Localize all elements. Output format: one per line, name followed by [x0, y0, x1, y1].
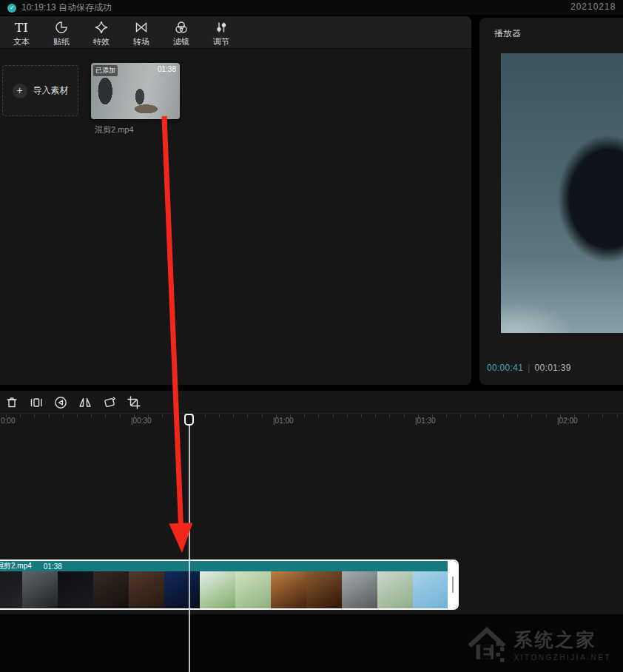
tab-sticker[interactable]: 贴纸: [46, 19, 77, 48]
timeline-toolbar: [3, 394, 143, 411]
ruler-tick: [233, 414, 234, 417]
media-library-panel: TI 文本 贴纸 特效 转场: [0, 16, 471, 385]
ruler-tick: [262, 414, 263, 417]
clip-name: 混剪2.mp4: [0, 561, 32, 571]
app-window: ✓ 10:19:13 自动保存成功 20210218 TI 文本 贴纸 特效: [0, 0, 623, 672]
status-bar: ✓ 10:19:13 自动保存成功 20210218: [0, 0, 623, 15]
reverse-play-button[interactable]: [52, 394, 70, 411]
tab-label: 特效: [86, 36, 117, 47]
ruler-tick: [120, 414, 121, 417]
clip-duration: 01:38: [44, 562, 62, 571]
ruler-tick: [517, 414, 518, 417]
ruler-label: |00:30: [131, 417, 152, 425]
ruler-tick: [617, 414, 618, 417]
ruler-label: |01:00: [273, 417, 294, 425]
ruler-tick: [602, 414, 603, 417]
ruler-tick: [247, 414, 248, 417]
ruler-tick: [560, 414, 561, 417]
ruler-tick: [63, 414, 64, 417]
ruler-tick: [389, 414, 390, 417]
crop-button[interactable]: [125, 394, 143, 411]
date-text: 20210218: [570, 1, 616, 12]
ruler-tick: [20, 414, 21, 417]
timeline-clip[interactable]: 混剪2.mp4 01:38: [0, 560, 459, 610]
import-material-button[interactable]: + 导入素材: [2, 65, 78, 116]
clip-header-bar: 混剪2.mp4 01:38: [0, 561, 457, 571]
filmstrip-frame: [271, 571, 306, 608]
media-clip-filename: 混剪2.mp4: [95, 124, 134, 135]
player-timecodes: 00:00:41|00:01:39: [487, 363, 571, 373]
tab-transition[interactable]: 转场: [126, 19, 157, 48]
watermark-logo-icon: [467, 625, 507, 665]
ruler-tick: [162, 414, 163, 417]
mirror-icon: [77, 394, 93, 411]
filter-icon: [166, 19, 197, 36]
adjust-icon: [206, 19, 237, 36]
ruler-tick: [219, 414, 220, 417]
check-icon: ✓: [7, 4, 16, 13]
watermark-subtitle: XITONGZHIJIA.NET: [514, 653, 612, 662]
tab-filter[interactable]: 滤镜: [166, 19, 197, 48]
filmstrip-frame: [342, 571, 377, 608]
rotate-icon: [101, 394, 118, 411]
ruler-tick: [91, 414, 92, 417]
filmstrip-frame: [58, 571, 93, 608]
delete-button[interactable]: [3, 394, 21, 411]
tab-adjust[interactable]: 调节: [206, 19, 237, 48]
freeze-frame-button[interactable]: [27, 394, 45, 411]
ruler-label: 0:00: [1, 417, 15, 425]
ruler-tick: [105, 414, 106, 417]
ruler-tick: [375, 414, 376, 417]
freeze-frame-icon: [28, 394, 44, 411]
import-material-label: 导入素材: [33, 84, 69, 97]
ruler-tick: [432, 414, 433, 417]
text-icon: TI: [6, 19, 37, 36]
player-panel: 播放器 00:00:41|00:01:39: [479, 18, 623, 385]
ruler-tick: [77, 414, 78, 417]
ruler-tick: [418, 414, 419, 417]
transition-icon: [126, 19, 157, 36]
watermark: 系统之家 XITONGZHIJIA.NET: [467, 625, 612, 665]
ruler-tick: [176, 414, 177, 417]
playhead-marker[interactable]: [184, 414, 194, 426]
media-clip-thumbnail[interactable]: 已添加 01:38: [91, 63, 180, 119]
clip-duration-badge: 01:38: [158, 65, 176, 73]
ruler-tick: [475, 414, 476, 417]
ruler-tick: [531, 414, 532, 417]
ruler-tick: [49, 414, 50, 417]
ruler-tick: [489, 414, 490, 417]
ruler-tick: [290, 414, 291, 417]
plus-icon: +: [13, 84, 27, 98]
mirror-button[interactable]: [76, 394, 94, 411]
filmstrip-frame: [413, 571, 448, 608]
ruler-label: |01:30: [415, 417, 436, 425]
ruler-tick: [318, 414, 319, 417]
time-ruler[interactable]: 0:00 |00:30 |01:00 |01:30 |02:00: [0, 413, 623, 428]
clip-trim-handle-right[interactable]: [448, 561, 457, 608]
ruler-tick: [148, 414, 149, 417]
playhead[interactable]: [184, 414, 194, 426]
ruler-tick: [404, 414, 405, 417]
rotate-button[interactable]: [101, 394, 118, 411]
filmstrip-frame: [129, 571, 164, 608]
asset-toolbar: TI 文本 贴纸 特效 转场: [0, 16, 471, 49]
ruler-tick: [304, 414, 305, 417]
player-title: 播放器: [494, 27, 521, 40]
ruler-tick: [134, 414, 135, 417]
tab-effects[interactable]: 特效: [86, 19, 117, 48]
time-separator: |: [528, 363, 530, 373]
filmstrip-frame: [235, 571, 271, 608]
tab-label: 贴纸: [46, 36, 77, 47]
tab-text[interactable]: TI 文本: [6, 19, 37, 48]
ruler-tick: [446, 414, 447, 417]
ruler-label: |02:00: [557, 417, 578, 425]
autosave-text: 10:19:13 自动保存成功: [21, 1, 112, 14]
clip-filmstrip: [0, 571, 448, 608]
ruler-tick: [276, 414, 277, 417]
ruler-tick: [361, 414, 362, 417]
ruler-tick: [460, 414, 461, 417]
ruler-tick: [588, 414, 589, 417]
ruler-tick: [205, 414, 206, 417]
autosave-status: ✓ 10:19:13 自动保存成功: [7, 1, 112, 14]
filmstrip-frame: [164, 571, 200, 608]
